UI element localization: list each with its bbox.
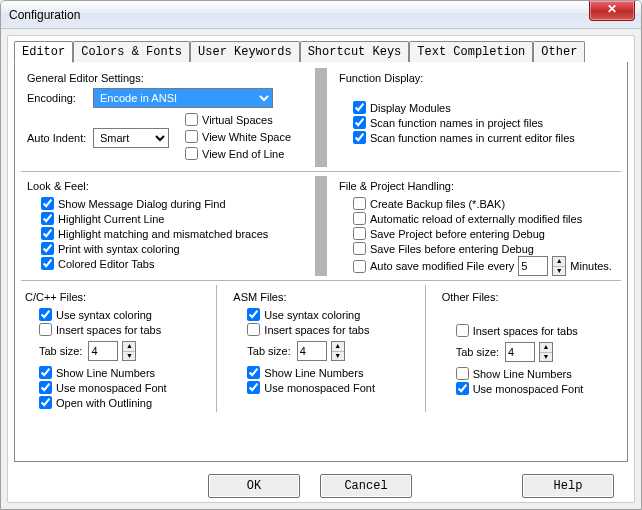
top-section: General Editor Settings: Encoding: Encod…	[21, 68, 621, 167]
autosave-spinner[interactable]: ▲▼	[552, 256, 566, 276]
help-button[interactable]: Help	[522, 474, 614, 498]
ccpp-tabsize-spinner[interactable]: ▲▼	[122, 341, 136, 361]
scan-current-label: Scan function names in current editor fi…	[370, 132, 575, 144]
asm-tabsize-spinner[interactable]: ▲▼	[331, 341, 345, 361]
look-heading: Look & Feel:	[27, 180, 303, 192]
asm-tabsize-label: Tab size:	[247, 345, 290, 357]
ccpp-syntax-checkbox[interactable]	[39, 308, 52, 321]
vertical-divider-mid	[315, 176, 327, 276]
tab-shortcut-keys[interactable]: Shortcut Keys	[300, 41, 410, 63]
scan-current-checkbox[interactable]	[353, 131, 366, 144]
ccpp-linenums-checkbox[interactable]	[39, 366, 52, 379]
other-tabsize-label: Tab size:	[456, 346, 499, 358]
colored-tabs-checkbox[interactable]	[41, 257, 54, 270]
minutes-label: Minutes.	[570, 260, 612, 272]
display-modules-label: Display Modules	[370, 102, 451, 114]
ccpp-tabsize-input[interactable]	[88, 341, 118, 361]
config-window: Configuration ✕ Editor Colors & Fonts Us…	[0, 0, 642, 510]
vertical-divider-files-2	[425, 285, 426, 412]
other-monofont-checkbox[interactable]	[456, 382, 469, 395]
ccpp-heading: C/C++ Files:	[25, 291, 200, 303]
ccpp-outlining-checkbox[interactable]	[39, 396, 52, 409]
ccpp-tabsize-label: Tab size:	[39, 345, 82, 357]
mid-section: Look & Feel: Show Message Dialog during …	[21, 176, 621, 276]
tab-other[interactable]: Other	[533, 41, 585, 63]
virtual-spaces-label: Virtual Spaces	[202, 114, 273, 126]
filep-heading: File & Project Handling:	[339, 180, 615, 192]
asm-tabsize-input[interactable]	[297, 341, 327, 361]
other-tabsize-input[interactable]	[505, 342, 535, 362]
view-whitespace-label: View White Space	[202, 131, 291, 143]
encoding-label: Encoding:	[27, 92, 87, 104]
asm-linenums-checkbox[interactable]	[247, 366, 260, 379]
button-row: OK Cancel Help	[8, 474, 634, 498]
highlight-current-line-checkbox[interactable]	[41, 212, 54, 225]
view-whitespace-checkbox[interactable]	[185, 130, 198, 143]
tab-editor[interactable]: Editor	[14, 41, 73, 63]
editor-panel: General Editor Settings: Encoding: Encod…	[14, 62, 628, 462]
other-heading: Other Files:	[442, 291, 617, 303]
titlebar: Configuration ✕	[1, 1, 641, 29]
ccpp-monofont-checkbox[interactable]	[39, 381, 52, 394]
save-project-checkbox[interactable]	[353, 227, 366, 240]
save-files-checkbox[interactable]	[353, 242, 366, 255]
tab-user-keywords[interactable]: User Keywords	[190, 41, 300, 63]
autoindent-label: Auto Indent:	[27, 132, 87, 144]
highlight-braces-checkbox[interactable]	[41, 227, 54, 240]
asm-monofont-checkbox[interactable]	[247, 381, 260, 394]
tab-colors-fonts[interactable]: Colors & Fonts	[73, 41, 190, 63]
close-icon: ✕	[607, 2, 617, 16]
tabstrip: Editor Colors & Fonts User Keywords Shor…	[8, 36, 634, 62]
vertical-divider-files-1	[216, 285, 217, 412]
display-modules-checkbox[interactable]	[353, 101, 366, 114]
virtual-spaces-checkbox[interactable]	[185, 113, 198, 126]
msg-dialog-checkbox[interactable]	[41, 197, 54, 210]
scan-project-checkbox[interactable]	[353, 116, 366, 129]
general-heading: General Editor Settings:	[27, 72, 303, 84]
tab-text-completion[interactable]: Text Completion	[409, 41, 533, 63]
other-linenums-checkbox[interactable]	[456, 367, 469, 380]
view-eol-checkbox[interactable]	[185, 147, 198, 160]
close-button[interactable]: ✕	[589, 1, 635, 21]
print-syntax-checkbox[interactable]	[41, 242, 54, 255]
encoding-select[interactable]: Encode in ANSI	[93, 88, 273, 108]
ccpp-insert-spaces-checkbox[interactable]	[39, 323, 52, 336]
client-area: Editor Colors & Fonts User Keywords Shor…	[7, 35, 635, 503]
other-insert-spaces-checkbox[interactable]	[456, 324, 469, 337]
auto-reload-checkbox[interactable]	[353, 212, 366, 225]
files-trio: C/C++ Files: Use syntax coloring Insert …	[21, 285, 621, 412]
autosave-label: Auto save modified File every	[370, 260, 514, 272]
asm-insert-spaces-checkbox[interactable]	[247, 323, 260, 336]
other-tabsize-spinner[interactable]: ▲▼	[539, 342, 553, 362]
window-title: Configuration	[9, 8, 80, 22]
autosave-minutes-input[interactable]	[518, 256, 548, 276]
ok-button[interactable]: OK	[208, 474, 300, 498]
vertical-divider-top	[315, 68, 327, 167]
cancel-button[interactable]: Cancel	[320, 474, 412, 498]
func-heading: Function Display:	[339, 72, 615, 84]
asm-syntax-checkbox[interactable]	[247, 308, 260, 321]
view-eol-label: View End of Line	[202, 148, 284, 160]
asm-heading: ASM Files:	[233, 291, 408, 303]
backup-checkbox[interactable]	[353, 197, 366, 210]
autoindent-select[interactable]: Smart	[93, 128, 169, 148]
autosave-checkbox[interactable]	[353, 260, 366, 273]
scan-project-label: Scan function names in project files	[370, 117, 543, 129]
